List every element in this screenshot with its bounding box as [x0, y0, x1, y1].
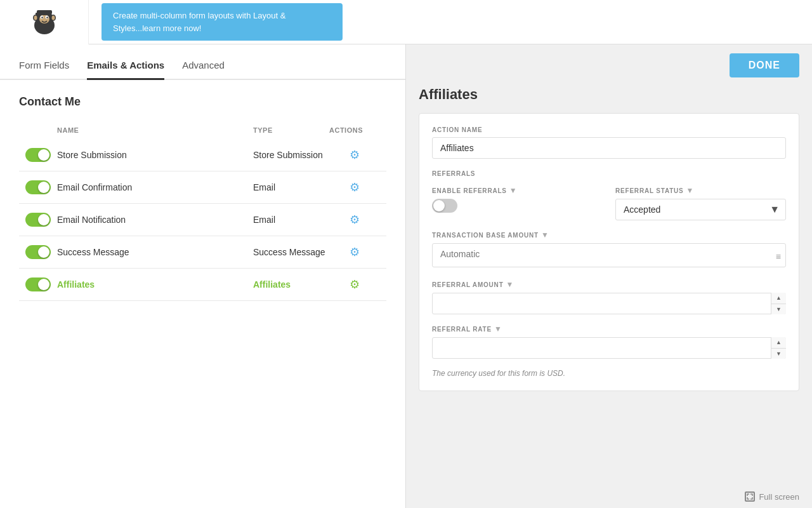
svg-point-8	[34, 15, 37, 20]
right-panel: DONE Affiliates ACTION NAME REFERRALS EN…	[406, 44, 812, 508]
referral-rate-label: REFERRAL RATE ▼	[432, 324, 786, 333]
referral-rate-info-icon[interactable]: ▼	[494, 324, 502, 333]
tab-emails-actions[interactable]: Emails & Actions	[87, 60, 164, 80]
referral-amount-label: REFERRAL AMOUNT ▼	[432, 280, 786, 289]
svg-rect-12	[37, 10, 52, 14]
enable-referrals-col: ENABLE REFERRALS ▼	[432, 186, 603, 220]
right-content: Affiliates ACTION NAME REFERRALS ENABLE …	[406, 86, 812, 485]
referral-status-select-wrapper: Accepted Pending Rejected ▼	[615, 199, 786, 220]
table-row-affiliates: Affiliates Affiliates ⚙	[19, 269, 386, 301]
referral-amount-input[interactable]	[432, 293, 786, 314]
row-type-store-submission: Store Submission	[253, 150, 329, 160]
referral-amount-spinners: ▲ ▼	[771, 293, 786, 314]
referral-rate-up[interactable]: ▲	[771, 337, 786, 349]
fullscreen-icon	[745, 491, 755, 502]
gear-icon-email-confirmation[interactable]: ⚙	[329, 180, 380, 194]
referral-rate-spinners: ▲ ▼	[771, 337, 786, 359]
referral-rate-down[interactable]: ▼	[771, 349, 786, 359]
referral-amount-wrapper: ▲ ▼	[432, 293, 786, 314]
logo-icon	[27, 5, 62, 39]
toggle-success-message[interactable]	[25, 245, 51, 259]
row-name-email-confirmation: Email Confirmation	[57, 182, 253, 192]
transaction-base-info-icon[interactable]: ▼	[541, 231, 549, 239]
svg-rect-13	[36, 13, 37, 15]
table-row: Store Submission Store Submission ⚙	[19, 139, 386, 171]
action-name-input[interactable]	[432, 137, 786, 159]
currency-note-text: The currency used for this form is USD.	[432, 369, 565, 378]
tab-form-fields[interactable]: Form Fields	[19, 60, 69, 80]
row-type-affiliates: Affiliates	[253, 279, 329, 290]
table-row: Success Message Success Message ⚙	[19, 236, 386, 269]
tab-bar: Form Fields Emails & Actions Advanced	[0, 44, 405, 80]
gear-icon-email-notification[interactable]: ⚙	[329, 213, 380, 227]
currency-note: The currency used for this form is USD.	[432, 369, 786, 378]
toggle-store-submission[interactable]	[25, 148, 51, 162]
toggle-email-confirmation[interactable]	[25, 180, 51, 194]
row-name-email-notification: Email Notification	[57, 215, 253, 225]
toggle-affiliates[interactable]	[25, 277, 51, 291]
referral-status-col: REFERRAL STATUS ▼ Accepted Pending Rejec…	[615, 186, 786, 220]
referral-status-label: REFERRAL STATUS ▼	[615, 186, 786, 195]
svg-point-5	[41, 17, 43, 18]
table-row: Email Confirmation Email ⚙	[19, 171, 386, 204]
row-type-email-notification: Email	[253, 215, 329, 225]
transaction-base-wrapper: ≡	[432, 243, 786, 270]
section-title: Contact Me	[19, 95, 386, 109]
referral-rate-wrapper: ▲ ▼	[432, 337, 786, 359]
table-header: NAME TYPE ACTIONS	[19, 121, 386, 139]
gear-icon-success-message[interactable]: ⚙	[329, 245, 380, 259]
tab-advanced[interactable]: Advanced	[182, 60, 225, 80]
referral-rate-input[interactable]	[432, 337, 786, 359]
referral-status-info-icon[interactable]: ▼	[686, 186, 695, 195]
left-panel: Form Fields Emails & Actions Advanced Co…	[0, 44, 406, 508]
done-button[interactable]: DONE	[730, 53, 799, 77]
referral-amount-down[interactable]: ▼	[771, 304, 786, 315]
referral-amount-info-icon[interactable]: ▼	[506, 280, 514, 289]
referrals-section-label: REFERRALS	[432, 170, 786, 177]
fullscreen-label: Full screen	[759, 492, 799, 502]
toggle-email-notification[interactable]	[25, 213, 51, 227]
referral-amount-up[interactable]: ▲	[771, 293, 786, 304]
enable-referrals-label: ENABLE REFERRALS ▼	[432, 186, 603, 195]
affiliates-form-card: ACTION NAME REFERRALS ENABLE REFERRALS ▼	[419, 113, 799, 391]
referrals-row: ENABLE REFERRALS ▼ REFERRAL STATUS ▼	[432, 186, 786, 220]
done-bar: DONE	[406, 44, 812, 86]
fullscreen-svg	[747, 493, 753, 500]
table-row: Email Notification Email ⚙	[19, 204, 386, 236]
referral-status-select[interactable]: Accepted Pending Rejected	[615, 199, 786, 220]
fullscreen-link[interactable]: Full screen	[406, 485, 812, 508]
transaction-base-label: TRANSACTION BASE AMOUNT ▼	[432, 231, 786, 239]
enable-referrals-toggle[interactable]	[432, 199, 457, 213]
svg-point-6	[46, 17, 48, 18]
row-name-affiliates: Affiliates	[57, 279, 253, 290]
banner-text: Create multi-column form layouts with La…	[113, 11, 285, 33]
row-type-success-message: Success Message	[253, 247, 329, 257]
gear-icon-store-submission[interactable]: ⚙	[329, 148, 380, 162]
transaction-base-input[interactable]	[432, 243, 786, 267]
row-name-success-message: Success Message	[57, 247, 253, 257]
left-content: Contact Me NAME TYPE ACTIONS Store Submi…	[0, 80, 405, 508]
row-name-store-submission: Store Submission	[57, 150, 253, 160]
promo-banner[interactable]: Create multi-column form layouts with La…	[102, 3, 343, 41]
gear-icon-affiliates[interactable]: ⚙	[329, 277, 380, 291]
main-wrapper: Form Fields Emails & Actions Advanced Co…	[0, 44, 812, 508]
enable-referrals-info-icon[interactable]: ▼	[509, 186, 518, 195]
panel-title: Affiliates	[419, 86, 799, 103]
logo	[0, 0, 89, 44]
svg-point-10	[51, 15, 55, 20]
action-name-label: ACTION NAME	[432, 126, 786, 133]
header: Create multi-column form layouts with La…	[0, 0, 812, 44]
row-type-email-confirmation: Email	[253, 182, 329, 192]
